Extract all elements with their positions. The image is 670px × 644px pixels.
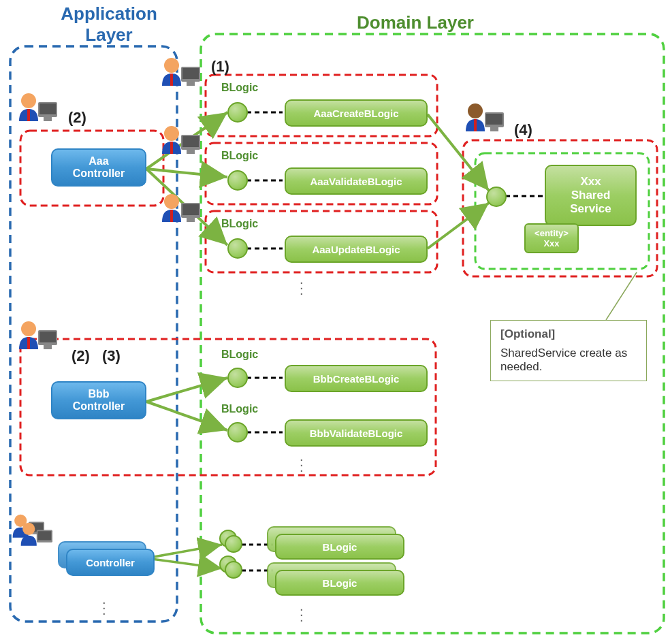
vdots-1: ··· (300, 279, 304, 295)
interface-circle-5 (227, 422, 248, 442)
user-icon-aaa (14, 88, 61, 136)
step-2a: (2) (68, 109, 86, 127)
svg-rect-34 (490, 127, 498, 131)
bbb-validate-blogic-box: BbbValidateBLogic (285, 419, 428, 447)
svg-rect-13 (39, 103, 56, 114)
aaa-controller-box: Aaa Controller (51, 148, 146, 187)
step-4: (4) (514, 121, 532, 139)
interface-circle-2 (227, 170, 248, 191)
blogic-label-4: BLogic (221, 349, 258, 361)
interface-circle-shared (486, 187, 507, 207)
step-3: (3) (102, 347, 121, 365)
generic-blogic-2: BLogic (275, 570, 404, 596)
interface-circle-g1 (225, 535, 242, 553)
svg-rect-21 (182, 136, 199, 147)
svg-rect-17 (182, 68, 199, 79)
bbb-controller-box: Bbb Controller (51, 381, 146, 419)
arrow-bbb-create (146, 378, 227, 402)
note-box: [Optional] SharedService create as neede… (490, 320, 647, 381)
step-1: (1) (211, 58, 229, 76)
svg-point-38 (22, 523, 35, 535)
svg-rect-40 (37, 531, 51, 540)
shared-service-box: Xxx Shared Service (545, 165, 637, 226)
user-icon-shared (460, 99, 508, 146)
svg-rect-25 (182, 204, 199, 215)
note-body: SharedService create as needed. (500, 347, 637, 374)
domain-layer-title: Domain Layer (327, 12, 504, 33)
blogic-label-2: BLogic (221, 150, 258, 162)
svg-rect-22 (187, 150, 195, 154)
application-layer-title: Application Layer (41, 3, 177, 46)
note-title: [Optional] (500, 327, 637, 341)
user-icon-blogic1 (157, 53, 204, 101)
aaa-validate-blogic-box: AaaValidateBLogic (285, 167, 428, 195)
interface-circle-4 (227, 368, 248, 388)
vdots-3: ··· (102, 599, 106, 615)
svg-point-23 (164, 194, 179, 209)
interface-circle-1 (227, 102, 248, 123)
svg-rect-29 (39, 332, 56, 342)
aaa-create-blogic-box: AaaCreateBLogic (285, 99, 428, 127)
svg-rect-18 (187, 82, 195, 86)
user-icon-blogic2 (157, 121, 204, 169)
step-2b: (2) (71, 347, 90, 365)
svg-point-15 (164, 58, 179, 73)
vdots-4: ··· (300, 606, 304, 622)
generic-controller-box: Controller (66, 549, 155, 576)
interface-circle-g2 (225, 561, 242, 579)
vdots-2: ··· (300, 456, 304, 472)
svg-rect-30 (44, 345, 52, 349)
arrow-bbb-validate (146, 402, 227, 430)
svg-point-27 (21, 321, 36, 336)
user-icon-blogic3 (157, 189, 204, 237)
user-icon-stack-front (16, 519, 56, 558)
svg-rect-14 (44, 117, 52, 121)
blogic-label-5: BLogic (221, 403, 258, 415)
svg-line-9 (146, 558, 222, 568)
svg-point-19 (164, 126, 179, 141)
aaa-update-blogic-box: AaaUpdateBLogic (285, 236, 428, 263)
svg-line-8 (146, 545, 222, 558)
svg-point-31 (468, 103, 483, 118)
svg-rect-33 (486, 114, 502, 125)
entity-box: <entity> Xxx (524, 223, 579, 253)
user-icon-bbb (14, 317, 61, 364)
bbb-create-blogic-box: BbbCreateBLogic (285, 365, 428, 392)
arrow-aaa-validate (146, 169, 227, 177)
blogic-label-1: BLogic (221, 82, 258, 94)
generic-blogic-1: BLogic (275, 534, 404, 560)
interface-circle-3 (227, 238, 248, 259)
svg-line-10 (606, 272, 637, 320)
svg-point-11 (21, 93, 36, 108)
svg-rect-26 (187, 218, 195, 222)
blogic-label-3: BLogic (221, 218, 258, 230)
